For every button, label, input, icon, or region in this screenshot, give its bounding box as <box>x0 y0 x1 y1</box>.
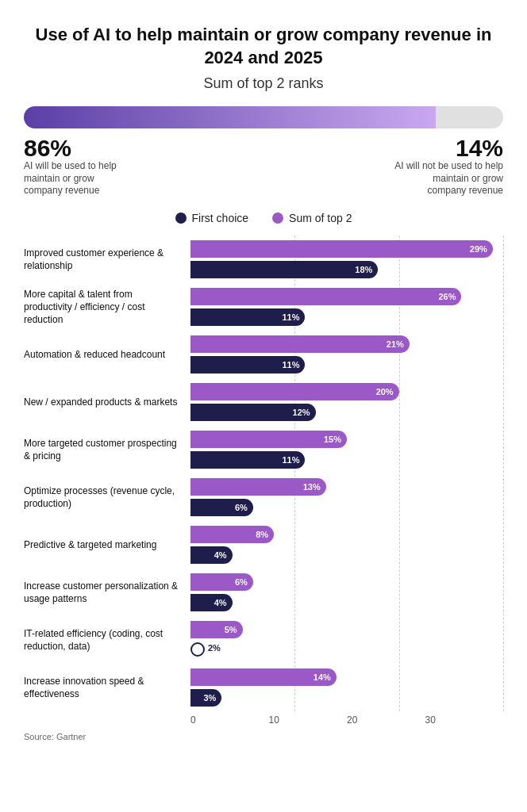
yes-big-pct: 86% <box>24 136 135 160</box>
table-row: Increase innovation speed & effectivenes… <box>24 664 503 711</box>
table-row: Automation & reduced headcount21%11% <box>24 331 503 378</box>
bar-purple: 29% <box>190 240 493 258</box>
bars-section: 26%11% <box>190 286 503 327</box>
bar-purple: 14% <box>190 668 337 686</box>
bars-section: 15%11% <box>190 429 503 470</box>
x-axis-label: 10 <box>269 714 348 726</box>
table-row: More capital & talent from productivity … <box>24 283 503 331</box>
row-label: New / expanded products & markets <box>24 396 190 408</box>
row-label: Increase customer personalization & usag… <box>24 580 190 605</box>
percentage-row: 86% AI will be used to help maintain or … <box>24 136 503 197</box>
yes-percentage: 86% AI will be used to help maintain or … <box>24 136 135 197</box>
chart-subtitle: Sum of top 2 ranks <box>24 75 503 92</box>
x-axis-label: 0 <box>190 714 269 726</box>
bar-dark-label: 2% <box>208 643 221 653</box>
row-label: IT-related efficiency (coding, cost redu… <box>24 627 190 653</box>
no-big-pct: 14% <box>392 136 503 160</box>
bar-purple: 20% <box>190 383 399 400</box>
row-label: Automation & reduced headcount <box>24 348 190 361</box>
source-text: Source: Gartner <box>24 732 503 741</box>
table-row: Improved customer experience & relations… <box>24 236 503 283</box>
bar-purple: 5% <box>190 621 243 638</box>
table-row: New / expanded products & markets20%12% <box>24 378 503 426</box>
bars-section: 8%4% <box>190 524 503 565</box>
row-label: Optimize processes (revenue cycle, produ… <box>24 485 190 510</box>
bar-dark: 6% <box>190 499 253 516</box>
yes-label: AI will be used to help maintain or grow… <box>24 160 135 197</box>
bar-purple: 6% <box>190 573 253 591</box>
bar-purple: 21% <box>190 335 410 353</box>
table-row: Increase customer personalization & usag… <box>24 569 503 616</box>
progress-yes-bar <box>24 106 436 128</box>
table-row: Predictive & targeted marketing8%4% <box>24 521 503 569</box>
bar-dark: 3% <box>190 689 221 707</box>
table-row: Optimize processes (revenue cycle, produ… <box>24 473 503 521</box>
x-axis-label: 30 <box>425 714 504 726</box>
bar-dark: 4% <box>190 594 233 611</box>
bar-dark: 11% <box>190 308 305 326</box>
x-axis-labels: 0102030 <box>190 711 503 726</box>
legend-dot-dark <box>175 213 187 224</box>
bar-purple: 13% <box>190 478 326 496</box>
x-axis-label: 20 <box>347 714 425 726</box>
grid-line <box>503 236 504 711</box>
legend-sum-top2-label: Sum of top 2 <box>289 212 352 224</box>
bars-section: 5%2% <box>190 619 503 661</box>
chart-title: Use of AI to help maintain or grow compa… <box>24 24 503 69</box>
row-label: More capital & talent from productivity … <box>24 288 190 327</box>
bar-dark-circle <box>190 642 205 657</box>
bar-dark: 11% <box>190 451 305 469</box>
bar-purple: 15% <box>190 431 347 448</box>
table-row: IT-related efficiency (coding, cost redu… <box>24 616 503 664</box>
row-label: More targeted customer prospecting & pri… <box>24 437 190 462</box>
row-label: Increase innovation speed & effectivenes… <box>24 675 190 700</box>
bars-section: 20%12% <box>190 381 503 423</box>
bars-section: 21%11% <box>190 334 503 375</box>
bar-dark: 18% <box>190 261 378 278</box>
bars-section: 29%18% <box>190 239 503 280</box>
bars-section: 13%6% <box>190 477 503 518</box>
bar-dark: 11% <box>190 356 305 373</box>
chart-wrapper: Improved customer experience & relations… <box>24 236 503 711</box>
bar-purple: 8% <box>190 526 274 543</box>
bars-section: 6%4% <box>190 572 503 613</box>
bars-section: 14%3% <box>190 667 503 708</box>
bar-dark: 12% <box>190 404 316 421</box>
bar-purple: 26% <box>190 288 461 305</box>
row-label: Improved customer experience & relations… <box>24 247 190 272</box>
legend-first-choice-label: First choice <box>192 212 249 224</box>
legend-first-choice: First choice <box>175 212 249 224</box>
row-label: Predictive & targeted marketing <box>24 538 190 551</box>
legend-sum-top2: Sum of top 2 <box>272 212 352 224</box>
table-row: More targeted customer prospecting & pri… <box>24 426 503 473</box>
bar-dark: 4% <box>190 546 233 564</box>
progress-no-bar <box>436 106 503 128</box>
legend-dot-purple <box>272 213 283 224</box>
progress-bar <box>24 106 503 128</box>
no-percentage: 14% AI will not be used to help maintain… <box>392 136 503 197</box>
chart-rows: Improved customer experience & relations… <box>24 236 503 711</box>
legend: First choice Sum of top 2 <box>24 212 503 224</box>
no-label: AI will not be used to help maintain or … <box>392 160 503 197</box>
